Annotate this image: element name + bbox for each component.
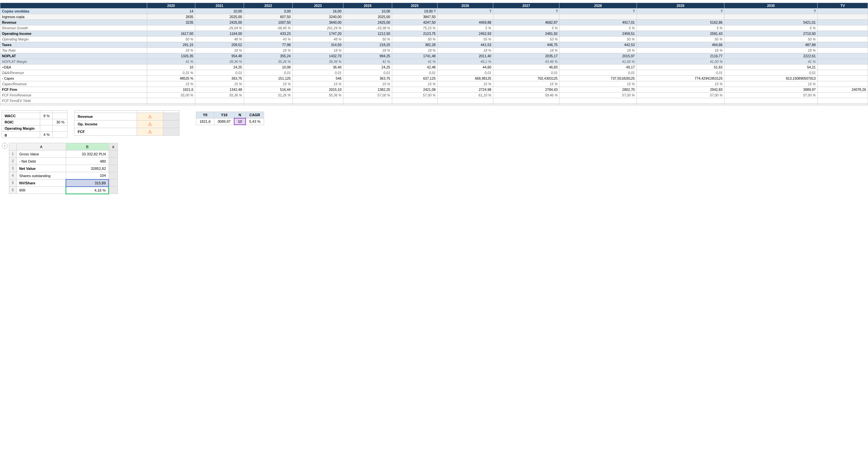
spread-row: 1Gross Value33.332,82 PLN bbox=[9, 151, 118, 158]
cell-fcf-firm-revenue-9: 57,00 % bbox=[637, 93, 724, 98]
cagr-impl-header-3: CAGR bbox=[246, 112, 264, 119]
cell-operating-margin-7: 53 % bbox=[493, 36, 559, 42]
metrics-col-label bbox=[2, 110, 40, 113]
cagr-col-10y bbox=[163, 110, 179, 113]
circle-btn-left[interactable]: ○ bbox=[2, 143, 7, 149]
cagr-10y-0 bbox=[163, 113, 179, 121]
cagr-impl-val-2[interactable]: 10 bbox=[234, 118, 245, 125]
cell-dna-revenue-2: 0,01 bbox=[244, 70, 292, 76]
cell-noplat-margin-10: 41 % bbox=[724, 59, 817, 65]
cell-fcf-firm-10: 3089,97 bbox=[724, 87, 817, 93]
cagr-10y-2 bbox=[163, 128, 179, 136]
cell-dna-7: 46,83 bbox=[493, 65, 559, 70]
cell-dna-3: 36,40 bbox=[292, 65, 343, 70]
cell-empty-11 bbox=[817, 104, 868, 105]
cell-copias-vendidas-3: 16,00 bbox=[292, 8, 343, 14]
cell-capex-revenue-8: 15 % bbox=[559, 81, 637, 87]
metrics-table: WACC8 %ROIC30 %Operating Marging4 % bbox=[2, 110, 67, 138]
metric-10y-1: 30 % bbox=[53, 119, 67, 125]
row-label-noplat-margin: NOPLAT Margin bbox=[0, 59, 147, 65]
cell-dna-revenue-5: 0,01 bbox=[392, 70, 437, 76]
cell-fcf-firm-ev-10 bbox=[724, 98, 817, 104]
cell-noplat-8: 2015,97 bbox=[559, 53, 637, 59]
cell-revenue-growth-7: 5 % bbox=[493, 25, 559, 31]
cell-ingresos-copia-4: 2025,00 bbox=[343, 14, 392, 20]
cell-fcf-firm-11: 24078,26 bbox=[817, 87, 868, 93]
cell-revenue-growth-3: 261,29 % bbox=[292, 25, 343, 31]
spread-extra-4 bbox=[108, 180, 118, 187]
cell-taxes-1: 209,52 bbox=[195, 42, 244, 48]
cell-noplat-2: 355,24 bbox=[244, 53, 292, 59]
warning-icon: ⚠ bbox=[148, 129, 152, 134]
cell-capex-revenue-0: 15 % bbox=[147, 81, 195, 87]
cell-capex-10: 813,150890507813 bbox=[724, 76, 817, 81]
spread-row-num-1: 2 bbox=[9, 158, 17, 165]
col-2023: 2023 bbox=[292, 3, 343, 8]
cell-revenue-6: 4459,88 bbox=[437, 20, 493, 25]
cagr-label-0: Revenue bbox=[74, 113, 137, 121]
cell-operating-margin-0: 50 % bbox=[147, 36, 195, 42]
cell-capex-revenue-9: 15 % bbox=[637, 81, 724, 87]
spread-val-4[interactable]: 315,89 bbox=[66, 180, 108, 187]
cell-capex-revenue-3: 15 % bbox=[292, 81, 343, 87]
cell-copias-vendidas-7: ? bbox=[493, 8, 559, 14]
spread-row: 6IRR4,16 % bbox=[9, 187, 118, 194]
spread-row-num-4: 5 bbox=[9, 180, 17, 187]
cell-capex-5: 637,125 bbox=[392, 76, 437, 81]
table-row: FCF Firm/Revenue55,00 %55,36 %51,26 %55,… bbox=[0, 93, 868, 98]
cell-noplat-10: 2222,61 bbox=[724, 53, 817, 59]
cell-capex-revenue-1: 15 % bbox=[195, 81, 244, 87]
cell-operating-margin-8: 50 % bbox=[559, 36, 637, 42]
cell-taxes-2: 77,98 bbox=[244, 42, 292, 48]
row-label-dna-revenue: D&A/Revenue bbox=[0, 70, 147, 76]
cell-operating-margin-1: 48 % bbox=[195, 36, 244, 42]
cagr-impl-header-0: Y0 bbox=[196, 112, 214, 119]
cell-dna-4: 24,25 bbox=[343, 65, 392, 70]
table-row: FCF Firm1821,61342,48516,442015,101382,2… bbox=[0, 87, 868, 93]
cell-fcf-firm-ev-2 bbox=[244, 98, 292, 104]
cell-dna-revenue-6: 0,01 bbox=[437, 70, 493, 76]
spreadsheet-section: ○ A B ⏸ 1Gross Value33.332,82 PLN2- Net … bbox=[0, 143, 868, 194]
metrics-row: ROIC30 % bbox=[2, 119, 67, 125]
cell-dna-revenue-11 bbox=[817, 70, 868, 76]
col-2021: 2021 bbox=[195, 3, 244, 8]
metric-5y-3: 4 % bbox=[40, 132, 52, 138]
table-row: D&A/Revenue0,31 %0,010,010,010,010,010,0… bbox=[0, 70, 868, 76]
cagr-panel: Revenue⚠Op. Income⚠FCF⚠ bbox=[74, 110, 180, 136]
cell-fcf-firm-revenue-7: 59,46 % bbox=[493, 93, 559, 98]
spread-row: 3Net Value32852,82 bbox=[9, 165, 118, 172]
cell-noplat-margin-1: 39,36 % bbox=[195, 59, 244, 65]
spread-label-5: IRR bbox=[17, 187, 66, 194]
cell-revenue-growth-2: -58,45 % bbox=[244, 25, 292, 31]
cell-operating-income-3: 1747,20 bbox=[292, 31, 343, 36]
cell-taxes-8: 442,53 bbox=[559, 42, 637, 48]
cagr-col-5y bbox=[137, 110, 163, 113]
cell-fcf-firm-revenue-2: 51,26 % bbox=[244, 93, 292, 98]
cell-copias-vendidas-5: 19,00 ? bbox=[392, 8, 437, 14]
spread-col-extra: ⏸ bbox=[108, 143, 118, 151]
cell-capex-6: 668,98125 bbox=[437, 76, 493, 81]
cell-fcf-firm-ev-9 bbox=[637, 98, 724, 104]
metric-10y-3 bbox=[53, 132, 67, 138]
row-label-revenue: Revenue bbox=[0, 20, 147, 25]
cell-tax-rate-0: 18 % bbox=[147, 48, 195, 53]
warning-icon: ⚠ bbox=[148, 122, 152, 127]
spread-col-row bbox=[9, 143, 17, 151]
cell-operating-margin-9: 50 % bbox=[637, 36, 724, 42]
cagr-10y-1 bbox=[163, 121, 179, 128]
cagr-5y-2: ⚠ bbox=[137, 128, 163, 136]
cell-operating-income-10: 2710,50 bbox=[724, 31, 817, 36]
cell-fcf-firm-2: 516,44 bbox=[244, 87, 292, 93]
spread-val-5[interactable]: 4,16 % bbox=[66, 187, 108, 194]
cell-operating-income-9: 2581,43 bbox=[637, 31, 724, 36]
cell-revenue-3: 3640,00 bbox=[292, 20, 343, 25]
cell-capex-2: 151,125 bbox=[244, 76, 292, 81]
row-label-operating-income: Operating Income bbox=[0, 31, 147, 36]
cell-revenue-4: 2425,00 bbox=[343, 20, 392, 25]
cell-noplat-margin-6: 45,1 % bbox=[437, 59, 493, 65]
cell-fcf-firm-3: 2015,10 bbox=[292, 87, 343, 93]
cell-ingresos-copia-1: 2025,00 bbox=[195, 14, 244, 20]
metric-5y-2 bbox=[40, 125, 52, 132]
table-row: Operating Income1617,501164,00433,231747… bbox=[0, 31, 868, 36]
cell-revenue-8: 4917,01 bbox=[559, 20, 637, 25]
